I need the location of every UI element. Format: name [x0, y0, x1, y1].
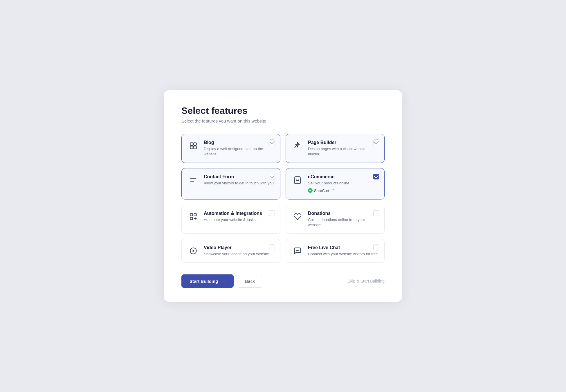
blog-icon	[188, 140, 199, 152]
feature-content-free-live-chat: Free Live Chat Connect with your website…	[308, 245, 378, 257]
page-subtitle: Select the features you want on this web…	[181, 118, 385, 123]
skip-button[interactable]: Skip & Start Building	[347, 279, 385, 283]
feature-content-ecommerce: eCommerce Sell your products online Sure…	[308, 174, 378, 193]
footer-actions: Start Building → Back Skip & Start Build…	[181, 274, 385, 288]
feature-desc-free-live-chat: Connect with your website visitors for f…	[308, 251, 378, 257]
feature-checkbox-ecommerce[interactable]	[373, 174, 379, 179]
svg-marker-15	[193, 249, 195, 252]
feature-desc-page-builder: Design pages with a visual website build…	[308, 146, 378, 157]
feature-card-video-player[interactable]: Video Player Showcase your videos on you…	[181, 239, 280, 263]
ecommerce-icon	[292, 174, 303, 186]
feature-checkbox-blog[interactable]	[269, 139, 275, 145]
feature-checkbox-automation[interactable]	[269, 210, 275, 216]
feature-content-video-player: Video Player Showcase your videos on you…	[204, 245, 274, 257]
svg-point-18	[298, 250, 299, 251]
page-title: Select features	[181, 105, 385, 116]
feature-name-contact-form: Contact Form	[204, 174, 274, 179]
feature-name-video-player: Video Player	[204, 245, 274, 250]
svg-rect-11	[190, 217, 193, 220]
video-player-icon	[188, 245, 199, 257]
feature-name-donations: Donations	[308, 211, 378, 216]
feature-name-ecommerce: eCommerce	[308, 174, 378, 179]
feature-content-automation: Automation & Integrations Automate your …	[204, 211, 274, 222]
feature-content-page-builder: Page Builder Design pages with a visual …	[308, 140, 378, 157]
feature-checkbox-contact-form[interactable]	[269, 174, 275, 179]
feature-checkbox-free-live-chat[interactable]	[373, 244, 379, 250]
feature-card-donations[interactable]: Donations Collect donations online from …	[286, 205, 385, 234]
contact-form-icon	[188, 174, 199, 186]
feature-checkbox-video-player[interactable]	[269, 244, 275, 250]
svg-point-4	[299, 144, 299, 145]
surecart-label: SureCart	[314, 188, 329, 193]
feature-desc-donations: Collect donations online from your websi…	[308, 217, 378, 228]
feature-content-blog: Blog Display a well-designed blog on the…	[204, 140, 274, 157]
svg-rect-2	[190, 146, 193, 149]
features-grid: Blog Display a well-designed blog on the…	[181, 134, 385, 263]
feature-checkbox-page-builder[interactable]	[373, 139, 379, 145]
feature-card-page-builder[interactable]: Page Builder Design pages with a visual …	[286, 134, 385, 163]
feature-card-free-live-chat[interactable]: Free Live Chat Connect with your website…	[286, 239, 385, 263]
back-button[interactable]: Back	[238, 275, 262, 288]
feature-desc-blog: Display a well-designed blog on the webs…	[204, 146, 274, 157]
feature-name-free-live-chat: Free Live Chat	[308, 245, 378, 250]
automation-icon	[188, 211, 199, 222]
svg-point-16	[296, 250, 297, 251]
select-features-modal: Select features Select the features you …	[164, 90, 402, 302]
feature-desc-contact-form: Allow your visitors to get in touch with…	[204, 181, 274, 186]
feature-card-ecommerce[interactable]: eCommerce Sell your products online Sure…	[286, 168, 385, 199]
back-label: Back	[245, 279, 255, 284]
feature-name-page-builder: Page Builder	[308, 140, 378, 145]
svg-rect-1	[194, 143, 196, 145]
start-building-label: Start Building	[190, 279, 218, 284]
start-building-button[interactable]: Start Building →	[181, 274, 234, 288]
page-builder-icon	[292, 140, 303, 152]
donations-icon	[292, 211, 303, 222]
surecart-dot-icon	[308, 188, 313, 193]
feature-desc-video-player: Showcase your videos on your website	[204, 251, 274, 257]
surecart-badge: SureCart	[308, 188, 329, 193]
svg-point-17	[297, 250, 298, 251]
skip-label: Skip & Start Building	[347, 279, 385, 283]
feature-desc-ecommerce: Sell your products online	[308, 181, 378, 186]
feature-card-blog[interactable]: Blog Display a well-designed blog on the…	[181, 134, 280, 163]
svg-rect-0	[190, 143, 193, 145]
chevron-up-icon[interactable]: ⌃	[331, 188, 335, 193]
feature-name-automation: Automation & Integrations	[204, 211, 274, 216]
svg-rect-10	[194, 213, 196, 216]
feature-card-contact-form[interactable]: Contact Form Allow your visitors to get …	[181, 168, 280, 199]
feature-name-blog: Blog	[204, 140, 274, 145]
feature-card-automation[interactable]: Automation & Integrations Automate your …	[181, 205, 280, 234]
arrow-right-icon: →	[221, 278, 226, 284]
feature-checkbox-donations[interactable]	[373, 210, 379, 216]
svg-rect-9	[190, 213, 193, 216]
feature-content-contact-form: Contact Form Allow your visitors to get …	[204, 174, 274, 186]
free-live-chat-icon	[292, 245, 303, 257]
ecommerce-badge-row: SureCart ⌃	[308, 188, 378, 193]
svg-rect-3	[194, 146, 196, 149]
feature-desc-automation: Automate your website & tasks	[204, 217, 274, 222]
feature-content-donations: Donations Collect donations online from …	[308, 211, 378, 228]
